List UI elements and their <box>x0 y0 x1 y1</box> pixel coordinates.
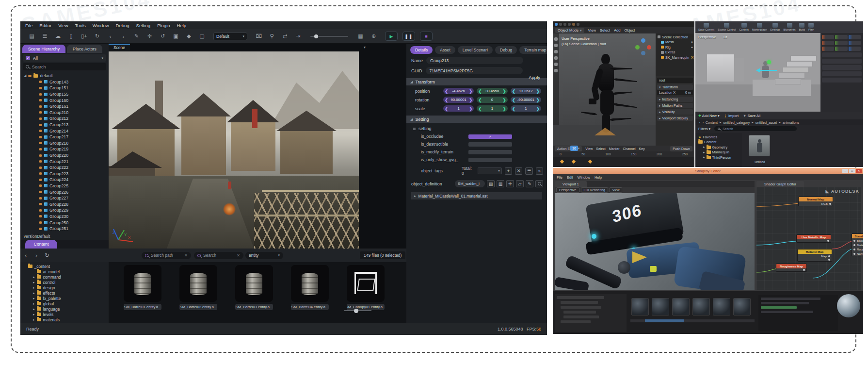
filter-all-row[interactable]: ✓ All ▾ <box>23 54 106 62</box>
eye-icon[interactable]: ● <box>691 40 694 44</box>
setting-group-row[interactable]: setting <box>406 123 547 131</box>
asset-card[interactable]: SM_Barrel04.entity.a... <box>291 265 329 323</box>
visibility-eye-icon[interactable] <box>39 228 42 230</box>
pin-dot[interactable] <box>853 253 855 255</box>
z-value-field[interactable]: ❮1❯ <box>511 105 541 112</box>
new-document-icon[interactable]: ▯ <box>64 33 78 39</box>
current-frame-indicator[interactable]: 16 <box>570 146 578 151</box>
asset-search-input[interactable]: Search <box>714 126 797 131</box>
search-path-input[interactable]: Search path ✕ <box>142 252 191 259</box>
menu-item[interactable]: Select <box>596 147 605 150</box>
visibility-eye-icon[interactable] <box>39 87 42 89</box>
visibility-eye-icon[interactable] <box>39 203 42 205</box>
toolbar-button[interactable]: Play <box>808 23 814 31</box>
maximize-button[interactable]: □ <box>849 169 855 173</box>
snap-tool-icon[interactable]: ◆ <box>182 33 195 39</box>
content-search-input[interactable]: Search ✕ <box>194 252 243 259</box>
keyframe-diamond[interactable] <box>560 160 564 164</box>
folder-row[interactable]: ▸ control <box>20 280 109 285</box>
visibility-eye-icon[interactable] <box>39 124 42 126</box>
toolbar-icon[interactable] <box>568 23 571 26</box>
menu-item[interactable]: Help <box>595 175 602 180</box>
folder-row[interactable]: ▸Mannequin <box>698 150 742 155</box>
breadcrumb-item[interactable]: animations <box>783 120 800 125</box>
checkbox-checked-icon[interactable]: ✓ <box>26 56 30 60</box>
blender-3d-viewport[interactable]: User Perspective (16) Scene Collection |… <box>553 33 656 146</box>
menu-item[interactable]: View <box>588 28 596 33</box>
brush-icon[interactable]: ✎ <box>526 180 533 187</box>
toolbar-button[interactable]: Save Current <box>698 23 714 31</box>
terrain-grid-icon[interactable]: ▦ <box>354 33 367 39</box>
y-value-field[interactable]: ❮1❯ <box>477 105 507 112</box>
collapse-tags-button[interactable]: « <box>536 167 543 175</box>
tag-dropdown[interactable]: ▾ <box>478 167 502 174</box>
eye-icon[interactable]: ● <box>691 45 694 50</box>
x-value-field[interactable]: ❮-4.4626❯ <box>443 88 474 94</box>
pin-dot[interactable] <box>827 240 829 242</box>
toolbar-button[interactable]: Blueprints <box>784 23 796 31</box>
add-new-button[interactable]: ✚ Add New ▾ <box>698 114 720 118</box>
x-value-field[interactable]: ❮1❯ <box>443 105 474 112</box>
viewport-mode-button[interactable]: Perspective <box>556 187 579 193</box>
tree-item[interactable]: Group250 <box>20 219 109 226</box>
tree-item[interactable]: Group155 <box>20 91 109 98</box>
property-section-row[interactable]: ▸Instancing <box>657 97 693 102</box>
folder-row[interactable]: ▸ThirdPerson <box>698 155 742 160</box>
y-field[interactable] <box>835 41 847 45</box>
menu-item[interactable]: Help <box>177 23 187 28</box>
breadcrumb-item[interactable]: Content <box>706 120 718 125</box>
planet-preview[interactable] <box>837 294 860 317</box>
visibility-eye-icon[interactable] <box>39 93 42 96</box>
object-definition-value-pill[interactable]: SM_wal4m_l <box>455 180 485 187</box>
material-thumbnail[interactable] <box>733 298 751 315</box>
tool-icon[interactable] <box>554 50 558 53</box>
timeline-ruler[interactable]: 050100150200250 <box>553 151 694 157</box>
x-field[interactable] <box>822 35 834 39</box>
tree-item[interactable]: Group161 <box>20 103 109 110</box>
hierarchy-tab[interactable]: Place Actors <box>67 45 102 53</box>
tag-list-button[interactable]: ☰ <box>525 167 532 175</box>
add-document-icon[interactable]: ▯+ <box>78 33 91 39</box>
save-all-button[interactable]: ▼ Save All <box>743 114 760 118</box>
z-field[interactable] <box>849 35 861 39</box>
frame-select-icon[interactable]: ▢ <box>195 33 209 39</box>
visibility-eye-icon[interactable] <box>39 184 42 187</box>
node-metallic-map[interactable]: Metallic Map Map <box>797 249 832 262</box>
tree-item[interactable]: Group228 <box>20 201 109 207</box>
chevron-down-icon[interactable]: ▾ <box>101 56 103 60</box>
scale-tool-icon[interactable]: ▣ <box>169 33 182 39</box>
breadcrumb-item[interactable]: untitled_category <box>723 120 750 125</box>
visibility-eye-icon[interactable] <box>39 81 42 83</box>
content-root-row[interactable]: Content <box>698 140 742 145</box>
pin-dot[interactable] <box>853 240 855 242</box>
locate-icon[interactable]: ✛ <box>506 180 514 187</box>
details-section-row[interactable] <box>822 65 862 70</box>
tab-scene[interactable]: Scene <box>109 44 130 50</box>
folder-row[interactable]: ▸ fx_palette <box>20 296 109 301</box>
toolbar-icon[interactable] <box>559 23 562 26</box>
pin-dot[interactable] <box>853 244 855 246</box>
y-field[interactable] <box>835 47 847 51</box>
visibility-eye-icon[interactable] <box>39 117 42 120</box>
rotation-row[interactable] <box>822 41 862 45</box>
outliner-row[interactable]: Rig● <box>658 45 694 50</box>
y-field[interactable] <box>835 35 847 39</box>
forward-icon[interactable]: › <box>702 120 703 125</box>
name-input[interactable]: Group213 <box>426 57 523 64</box>
folder-row[interactable]: ▸ levels <box>20 312 109 317</box>
caret-right-icon[interactable]: ▸ <box>33 307 35 311</box>
undo-icon[interactable]: ‹ <box>104 33 117 39</box>
folder-row[interactable]: ▸ _content <box>20 264 109 269</box>
menu-item[interactable]: Plugin <box>157 23 170 28</box>
asset-card[interactable]: SM_Canopy01.entity.a... <box>347 265 385 323</box>
toolbar-button[interactable]: Settings <box>770 23 780 31</box>
mode-dropdown[interactable]: Object Mode ▾ <box>555 28 584 33</box>
checkbox[interactable] <box>468 142 512 147</box>
viewport-mode-label[interactable]: Perspective <box>698 35 716 39</box>
caret-down-icon[interactable]: ◢ <box>24 74 26 78</box>
tree-item[interactable]: Group214 <box>20 128 109 134</box>
z-value-field[interactable]: ❮-90.00001❯ <box>511 97 541 103</box>
menu-item[interactable]: File <box>25 23 32 28</box>
tree-item[interactable]: Group213 <box>20 122 109 128</box>
caret-right-icon[interactable]: ▸ <box>33 286 35 290</box>
